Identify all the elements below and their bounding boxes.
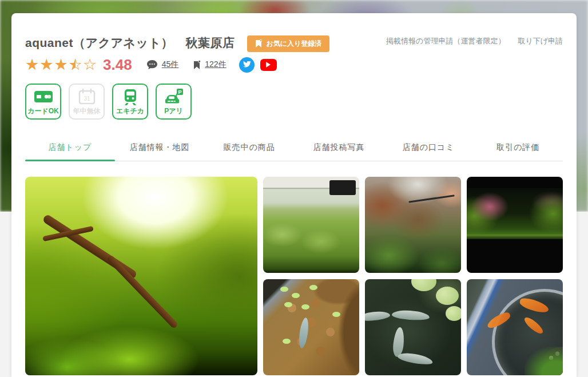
badge-label: エキチカ [116, 106, 144, 116]
tab-posted-photos[interactable]: 店舗投稿写真 [294, 137, 384, 161]
admin-links: 掲載情報の管理申請（運営者限定） 取り下げ申請 [386, 35, 563, 46]
medaka-fish [397, 351, 434, 367]
photo-thumbnail-4[interactable] [263, 279, 359, 375]
rating-row: ★ ★ ★ ☆★ ☆ 3.48 45件 [25, 56, 563, 73]
photo-thumbnail-6[interactable] [467, 279, 563, 375]
speech-bubble-icon [147, 60, 158, 70]
favorite-registered-button[interactable]: お気に入り登録済 [247, 35, 329, 52]
svg-text:31: 31 [84, 96, 90, 102]
star-half-icon: ☆★ [69, 57, 83, 73]
shop-title: aquanet（アクアネット） 秋葉原店 [25, 35, 235, 51]
photo-thumbnail-2[interactable] [365, 177, 461, 273]
medaka-fish [297, 317, 309, 348]
medaka-fish [392, 309, 430, 322]
tab-shop-info-map[interactable]: 店舗情報・地図 [115, 137, 205, 161]
svg-text:P: P [178, 89, 181, 95]
star-rating: ★ ★ ★ ☆★ ☆ [25, 57, 97, 73]
shop-card: aquanet（アクアネット） 秋葉原店 お気に入り登録済 掲載情報の管理申請（… [11, 13, 577, 377]
main-shop-photo[interactable] [25, 177, 257, 375]
filter-equipment [329, 180, 356, 195]
photo-gallery [25, 177, 563, 375]
driftwood [106, 255, 179, 330]
shop-tabs: 店舗トップ 店舗情報・地図 販売中の商品 店舗投稿写真 店舗の口コミ 取引の評価 [25, 137, 563, 161]
rating-value: 3.48 [103, 56, 132, 74]
tab-transaction-ratings[interactable]: 取引の評価 [473, 137, 563, 161]
train-icon [122, 85, 138, 106]
tab-shop-reviews[interactable]: 店舗の口コミ [384, 137, 474, 161]
aquatic-plant [525, 347, 563, 375]
favorite-button-label: お気に入り登録済 [266, 39, 321, 49]
scissors [408, 195, 454, 203]
bookmark-flag-icon [193, 60, 201, 70]
tab-items-on-sale[interactable]: 販売中の商品 [204, 137, 294, 161]
star-full-icon: ★ [39, 57, 54, 73]
withdraw-request-link[interactable]: 取り下げ申請 [518, 36, 563, 46]
review-count-group: 45件 [147, 59, 179, 70]
car-parking-icon: P [164, 85, 184, 106]
photo-thumbnail-5[interactable] [365, 279, 461, 375]
photo-count-group: 122件 [193, 59, 226, 70]
photo-count-link[interactable]: 122件 [205, 59, 226, 70]
medaka-fish [365, 310, 391, 322]
social-icons [239, 57, 277, 73]
star-full-icon: ★ [54, 57, 68, 73]
tab-shop-top[interactable]: 店舗トップ [25, 137, 115, 161]
badge-card-ok[interactable]: カードOK [25, 84, 61, 120]
aquascape-photo-art [25, 177, 257, 375]
play-triangle-icon [266, 62, 271, 68]
shop-header: aquanet（アクアネット） 秋葉原店 お気に入り登録済 掲載情報の管理申請（… [25, 35, 563, 52]
thumbnail-grid [263, 177, 563, 375]
badge-near-station[interactable]: エキチカ [112, 84, 148, 120]
photo-thumbnail-1[interactable] [263, 177, 359, 273]
badge-label: カードOK [27, 106, 59, 116]
manage-request-link[interactable]: 掲載情報の管理申請（運営者限定） [386, 36, 505, 46]
badge-label: Pアリ [164, 106, 183, 116]
calendar-icon: 31 [78, 85, 96, 106]
star-empty-icon: ☆ [83, 57, 97, 73]
bookmark-flag-icon [255, 39, 262, 48]
twitter-icon[interactable] [239, 57, 255, 73]
review-count-link[interactable]: 45件 [162, 59, 179, 70]
badge-open-all-year[interactable]: 31 年中無休 [69, 84, 105, 120]
youtube-icon[interactable] [260, 59, 277, 71]
photo-thumbnail-3[interactable] [467, 177, 563, 273]
badge-parking[interactable]: P Pアリ [156, 84, 192, 120]
badge-label: 年中無休 [73, 106, 101, 116]
star-full-icon: ★ [25, 57, 39, 73]
feature-badges: カードOK 31 年中無休 [25, 84, 563, 120]
credit-card-icon [34, 85, 53, 106]
